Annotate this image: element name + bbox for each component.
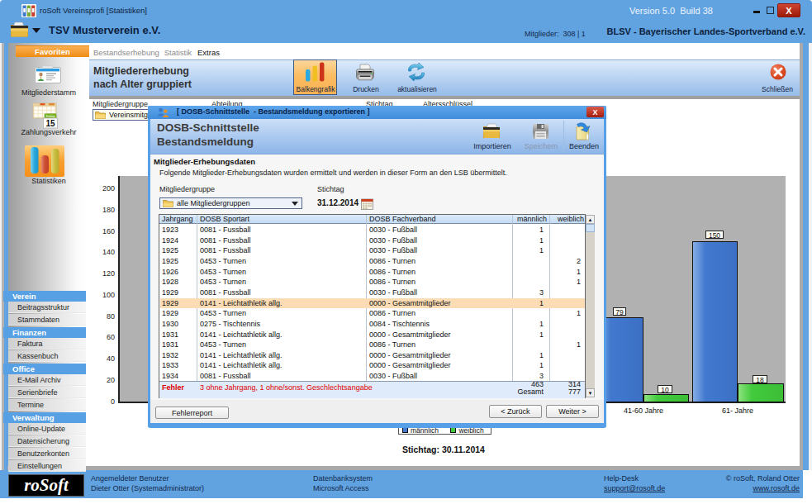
svg-text:15: 15	[45, 119, 55, 128]
svg-text:Freitag: Freitag	[46, 115, 55, 118]
